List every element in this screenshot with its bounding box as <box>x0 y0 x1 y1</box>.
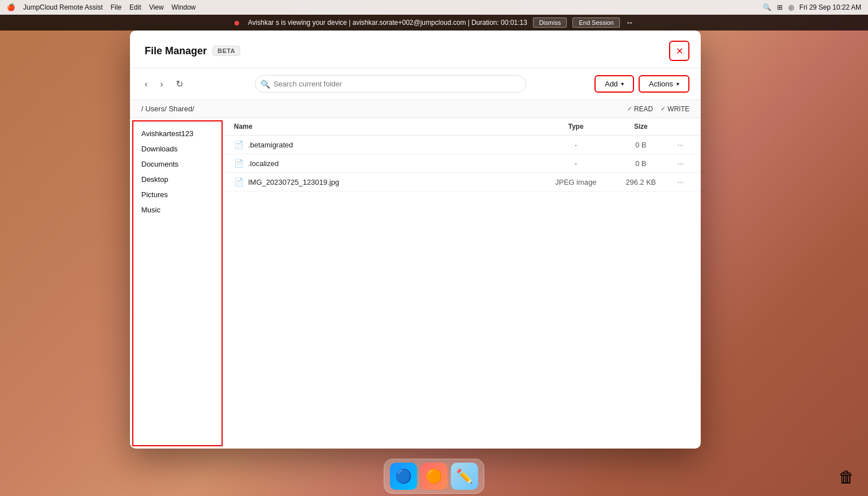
file-type-cell: - <box>539 141 613 149</box>
dock-item-finder[interactable]: 🔵 <box>390 463 417 490</box>
file-name-cell: 📄 IMG_20230725_123019.jpg <box>234 177 539 186</box>
add-label: Add <box>605 80 618 88</box>
search-input[interactable] <box>255 75 526 93</box>
file-list: Name Type Size 📄 .betamigrated - 0 B ···… <box>225 118 701 449</box>
back-button[interactable]: ‹ <box>141 77 151 92</box>
file-size-cell: 296.2 KB <box>613 178 669 186</box>
actions-chevron-icon: ▾ <box>676 81 679 87</box>
read-permission-badge: ✓ READ <box>627 105 653 113</box>
menu-bar-left: 🍎 JumpCloud Remote Assist File Edit View… <box>7 3 196 11</box>
toolbar: ‹ › ↻ 🔍 Add ▾ Actions ▾ <box>130 68 701 100</box>
column-size-header: Size <box>613 123 669 130</box>
sidebar-item-documents[interactable]: Documents <box>133 156 222 172</box>
file-name-cell: 📄 .localized <box>234 159 539 168</box>
datetime-label: Fri 29 Sep 10:22 AM <box>800 3 861 11</box>
session-indicator-icon <box>235 18 242 28</box>
sidebar-item-downloads[interactable]: Downloads <box>133 141 222 156</box>
actions-label: Actions <box>649 80 673 88</box>
beta-badge: BETA <box>212 46 240 56</box>
file-name: IMG_20230725_123019.jpg <box>248 178 339 186</box>
sidebar-item-avishkartest123[interactable]: Avishkartest123 <box>133 126 222 141</box>
dialog-title: File Manager <box>145 45 207 57</box>
write-permission-badge: ✓ WRITE <box>661 105 689 113</box>
menu-edit[interactable]: Edit <box>129 3 141 11</box>
file-type-cell: JPEG image <box>539 178 613 186</box>
search-menubar-icon[interactable]: 🔍 <box>763 3 771 11</box>
refresh-button[interactable]: ↻ <box>172 76 186 92</box>
app-name-label: JumpCloud Remote Assist <box>23 3 103 11</box>
content-area: Avishkartest123 Downloads Documents Desk… <box>130 118 701 449</box>
file-type-cell: - <box>539 159 613 168</box>
dock-item-launchpad[interactable]: 🟠 <box>420 463 448 490</box>
dialog-header: File Manager BETA ✕ <box>130 31 701 68</box>
actions-button[interactable]: Actions ▾ <box>639 75 689 93</box>
read-check-icon: ✓ <box>627 105 632 112</box>
forward-button[interactable]: › <box>157 77 166 92</box>
sidebar: Avishkartest123 Downloads Documents Desk… <box>132 120 223 446</box>
table-row[interactable]: 📄 .localized - 0 B ··· <box>225 154 701 173</box>
apple-logo-icon[interactable]: 🍎 <box>7 3 15 11</box>
file-icon: 📄 <box>234 177 244 186</box>
trash-icon[interactable]: 🗑 <box>833 463 860 490</box>
current-path: / Users/ Shared/ <box>141 105 194 113</box>
end-session-button[interactable]: End Session <box>572 18 620 28</box>
siri-icon[interactable]: ◎ <box>788 3 794 11</box>
file-icon: 📄 <box>234 140 244 149</box>
session-arrow-icon: ↔ <box>626 18 633 27</box>
column-name-header: Name <box>234 123 539 130</box>
sidebar-item-pictures[interactable]: Pictures <box>133 187 222 202</box>
search-container: 🔍 <box>255 75 526 93</box>
control-center-icon[interactable]: ⊞ <box>777 3 783 11</box>
file-icon: 📄 <box>234 159 244 168</box>
dock-item-pencil[interactable]: ✏️ <box>451 463 478 490</box>
file-more-button[interactable]: ··· <box>669 177 692 186</box>
session-message: Avishkar s is viewing your device | avis… <box>248 19 527 27</box>
dismiss-button[interactable]: Dismiss <box>533 18 567 28</box>
write-check-icon: ✓ <box>661 105 666 112</box>
close-button[interactable]: ✕ <box>669 41 689 61</box>
search-icon: 🔍 <box>261 80 270 89</box>
table-row[interactable]: 📄 .betamigrated - 0 B ··· <box>225 136 701 154</box>
file-size-cell: 0 B <box>613 141 669 149</box>
dock: 🔵 🟠 ✏️ <box>384 459 484 494</box>
file-name: .localized <box>248 159 279 168</box>
menu-file[interactable]: File <box>111 3 121 11</box>
column-type-header: Type <box>539 123 613 130</box>
session-banner: Avishkar s is viewing your device | avis… <box>0 15 868 31</box>
read-label: READ <box>634 105 653 113</box>
sidebar-item-music[interactable]: Music <box>133 202 222 217</box>
add-button[interactable]: Add ▾ <box>594 75 634 93</box>
file-manager-dialog: File Manager BETA ✕ ‹ › ↻ 🔍 Add ▾ Action… <box>130 31 701 449</box>
menu-bar-right: 🔍 ⊞ ◎ Fri 29 Sep 10:22 AM <box>763 3 861 11</box>
file-list-header: Name Type Size <box>225 118 701 136</box>
table-row[interactable]: 📄 IMG_20230725_123019.jpg JPEG image 296… <box>225 173 701 192</box>
permissions-bar: ✓ READ ✓ WRITE <box>627 105 689 113</box>
file-more-button[interactable]: ··· <box>669 140 692 149</box>
file-more-button[interactable]: ··· <box>669 159 692 168</box>
menu-view[interactable]: View <box>149 3 164 11</box>
sidebar-item-desktop[interactable]: Desktop <box>133 172 222 187</box>
file-name: .betamigrated <box>248 141 293 149</box>
path-bar: / Users/ Shared/ ✓ READ ✓ WRITE <box>130 100 701 118</box>
action-buttons: Add ▾ Actions ▾ <box>594 75 689 93</box>
menu-window[interactable]: Window <box>172 3 196 11</box>
file-size-cell: 0 B <box>613 159 669 168</box>
menu-bar: 🍎 JumpCloud Remote Assist File Edit View… <box>0 0 868 15</box>
write-label: WRITE <box>667 105 689 113</box>
add-chevron-icon: ▾ <box>621 81 624 87</box>
file-name-cell: 📄 .betamigrated <box>234 140 539 149</box>
